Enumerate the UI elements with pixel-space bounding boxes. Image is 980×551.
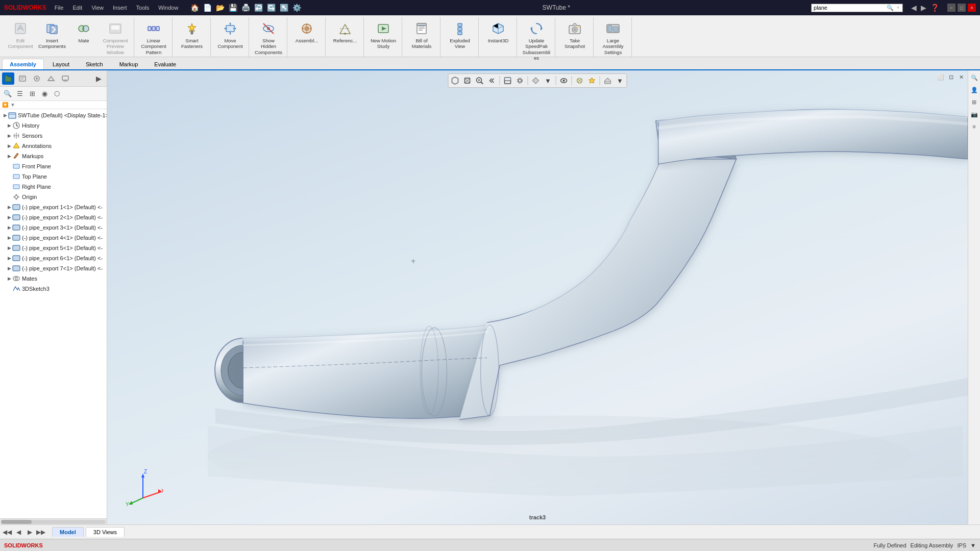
- maximize-pane-button[interactable]: ⬜: [936, 72, 945, 82]
- rp-person-button[interactable]: 👤: [969, 85, 979, 95]
- scroll-thumb[interactable]: [1, 520, 32, 524]
- assembly-features-button[interactable]: Assembl...: [291, 18, 322, 45]
- close-pane-button[interactable]: ✕: [957, 72, 966, 82]
- take-snapshot-button[interactable]: Take Snapshot: [559, 18, 590, 52]
- pipe7-toggle[interactable]: ▶: [6, 265, 12, 271]
- root-toggle[interactable]: ▶: [2, 112, 8, 118]
- pipe-viewport[interactable]: [107, 70, 968, 524]
- nav-first-button[interactable]: ◀◀: [2, 527, 12, 537]
- new-icon[interactable]: 📄: [203, 4, 212, 12]
- help-back-icon[interactable]: ◀: [911, 4, 917, 12]
- smart-fasteners-button[interactable]: Smart Fasteners: [177, 18, 207, 52]
- tree-item-pipe7[interactable]: ▶ (-) pipe_export 7<1> (Default) <-: [0, 263, 107, 273]
- tab-layout[interactable]: Layout: [45, 59, 77, 69]
- tree-item-pipe2[interactable]: ▶ (-) pipe_export 2<1> (Default) <-: [0, 212, 107, 222]
- reference-geometry-button[interactable]: Referenc...: [330, 18, 360, 45]
- tab-model[interactable]: Model: [52, 527, 84, 537]
- tab-3dviews[interactable]: 3D Views: [86, 527, 125, 537]
- sidebar-grid-view-button[interactable]: ⊞: [27, 88, 38, 99]
- rp-list-button[interactable]: ≡: [969, 121, 979, 132]
- search-input[interactable]: [814, 5, 885, 11]
- redo-icon[interactable]: ↪️: [267, 4, 276, 12]
- menu-insert[interactable]: Insert: [109, 4, 131, 12]
- mates-toggle[interactable]: ▶: [6, 276, 12, 282]
- tab-assembly[interactable]: Assembly: [2, 59, 44, 69]
- menu-tools[interactable]: Tools: [132, 4, 154, 12]
- mate-button[interactable]: Mate: [68, 18, 99, 45]
- property-manager-tab[interactable]: [16, 72, 29, 85]
- print-icon[interactable]: 🖨️: [241, 4, 250, 12]
- tree-item-sensors[interactable]: ▶ Sensors: [0, 131, 107, 141]
- dimxpert-tab[interactable]: [45, 72, 57, 85]
- viewport[interactable]: ▼ ▼ +: [107, 70, 968, 524]
- pipe5-toggle[interactable]: ▶: [6, 245, 12, 251]
- select-icon[interactable]: ↖️: [280, 4, 288, 12]
- nav-prev-button[interactable]: ◀: [13, 527, 23, 537]
- annotations-toggle[interactable]: ▶: [6, 143, 12, 149]
- component-preview-button[interactable]: Component Preview Window: [100, 18, 131, 57]
- home-icon[interactable]: 🏠: [190, 4, 199, 12]
- instant3d-button[interactable]: Instant3D: [483, 18, 513, 45]
- tree-item-front-plane[interactable]: ▶ Front Plane: [0, 161, 107, 171]
- tree-item-pipe4[interactable]: ▶ (-) pipe_export 4<1> (Default) <-: [0, 233, 107, 243]
- update-speedpak-button[interactable]: Update SpeedPak Subassemblies: [521, 18, 552, 63]
- save-icon[interactable]: 💾: [229, 4, 237, 12]
- tree-item-pipe3[interactable]: ▶ (-) pipe_export 3<1> (Default) <-: [0, 222, 107, 233]
- tree-item-pipe1[interactable]: ▶ (-) pipe_export 1<1> (Default) <-: [0, 202, 107, 212]
- menu-edit[interactable]: Edit: [68, 4, 86, 12]
- status-units-dropdown[interactable]: ▼: [970, 542, 976, 548]
- exploded-view-button[interactable]: Exploded View: [445, 18, 475, 52]
- nav-last-button[interactable]: ▶▶: [36, 527, 46, 537]
- sidebar-search-button[interactable]: 🔍: [2, 88, 13, 99]
- tree-item-history[interactable]: ▶ History: [0, 120, 107, 131]
- split-pane-button[interactable]: ⊡: [946, 72, 955, 82]
- pipe1-toggle[interactable]: ▶: [6, 204, 12, 210]
- sidebar-filter-button[interactable]: ⬡: [51, 88, 62, 99]
- show-hidden-button[interactable]: Show Hidden Components: [253, 18, 284, 57]
- tree-root[interactable]: ▶ SWTube (Default) <Display State-1>: [0, 110, 107, 120]
- search-icon[interactable]: 🔍: [887, 5, 894, 11]
- nav-next-button[interactable]: ▶: [24, 527, 35, 537]
- rp-search-button[interactable]: 🔍: [969, 72, 979, 83]
- tree-item-3dsketch3[interactable]: ▶ 3DSketch3: [0, 284, 107, 294]
- sidebar-collapse-button[interactable]: ◉: [39, 88, 50, 99]
- sidebar-list-view-button[interactable]: ☰: [14, 88, 26, 99]
- new-motion-study-button[interactable]: New Motion Study: [368, 18, 399, 52]
- open-icon[interactable]: 📂: [216, 4, 225, 12]
- menu-file[interactable]: File: [51, 4, 68, 12]
- tree-item-top-plane[interactable]: ▶ Top Plane: [0, 171, 107, 182]
- tab-markup[interactable]: Markup: [112, 59, 146, 69]
- history-toggle[interactable]: ▶: [6, 122, 12, 129]
- pipe4-toggle[interactable]: ▶: [6, 235, 12, 241]
- display-manager-tab[interactable]: [59, 72, 71, 85]
- tab-sketch[interactable]: Sketch: [78, 59, 111, 69]
- insert-components-button[interactable]: Insert Components: [37, 18, 67, 52]
- configuration-manager-tab[interactable]: [31, 72, 43, 85]
- help-icon[interactable]: ❓: [930, 4, 939, 12]
- restore-button[interactable]: □: [958, 4, 966, 12]
- large-assembly-settings-button[interactable]: Large Assembly Settings: [598, 18, 628, 57]
- linear-pattern-button[interactable]: Linear Component Pattern: [138, 18, 169, 57]
- move-component-button[interactable]: Move Component: [215, 18, 246, 52]
- sidebar-scrollbar[interactable]: [0, 518, 107, 524]
- sensors-toggle[interactable]: ▶: [6, 133, 12, 139]
- rp-grid-button[interactable]: ⊞: [969, 97, 979, 107]
- bill-of-materials-button[interactable]: Bill of Materials: [406, 18, 437, 52]
- close-button[interactable]: ×: [968, 4, 976, 12]
- tree-item-origin[interactable]: ▶ Origin: [0, 192, 107, 202]
- search-box[interactable]: 🔍 ▼: [811, 4, 903, 12]
- feature-manager-tab[interactable]: [2, 72, 14, 85]
- tree-item-mates[interactable]: ▶ Mates: [0, 273, 107, 284]
- pipe2-toggle[interactable]: ▶: [6, 214, 12, 220]
- rp-camera-button[interactable]: 📷: [969, 109, 979, 119]
- pipe3-toggle[interactable]: ▶: [6, 224, 12, 231]
- options-icon[interactable]: ⚙️: [292, 4, 301, 12]
- help-forward-icon[interactable]: ▶: [921, 4, 926, 12]
- minimize-button[interactable]: −: [947, 4, 955, 12]
- tab-evaluate[interactable]: Evaluate: [146, 59, 184, 69]
- tree-item-pipe5[interactable]: ▶ (-) pipe_export 5<1> (Default) <-: [0, 243, 107, 253]
- tree-item-annotations[interactable]: ▶ Annotations: [0, 141, 107, 151]
- tree-item-pipe6[interactable]: ▶ (-) pipe_export 6<1> (Default) <-: [0, 253, 107, 263]
- menu-view[interactable]: View: [87, 4, 108, 12]
- markups-toggle[interactable]: ▶: [6, 153, 12, 159]
